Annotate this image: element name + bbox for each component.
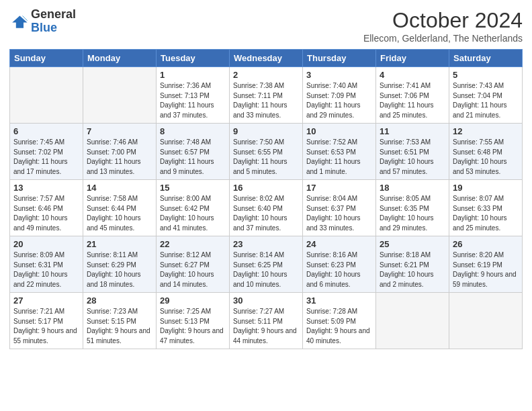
day-info: Sunrise: 7:48 AMSunset: 6:57 PMDaylight:… (160, 138, 226, 177)
calendar-cell: 23Sunrise: 8:14 AMSunset: 6:25 PMDayligh… (230, 236, 303, 293)
day-info: Sunrise: 8:16 AMSunset: 6:23 PMDaylight:… (306, 250, 372, 289)
day-number: 13 (13, 183, 79, 193)
calendar-cell: 15Sunrise: 8:00 AMSunset: 6:42 PMDayligh… (157, 180, 230, 236)
day-info: Sunrise: 8:14 AMSunset: 6:25 PMDaylight:… (233, 250, 299, 289)
day-info: Sunrise: 7:23 AMSunset: 5:15 PMDaylight:… (87, 307, 152, 346)
day-number: 14 (87, 183, 152, 193)
day-info: Sunrise: 7:36 AMSunset: 7:13 PMDaylight:… (160, 81, 226, 120)
day-number: 16 (233, 183, 299, 193)
calendar-week-row: 13Sunrise: 7:57 AMSunset: 6:46 PMDayligh… (10, 180, 523, 236)
day-info: Sunrise: 7:52 AMSunset: 6:53 PMDaylight:… (306, 138, 372, 177)
calendar-week-row: 27Sunrise: 7:21 AMSunset: 5:17 PMDayligh… (10, 293, 523, 349)
calendar-cell: 17Sunrise: 8:04 AMSunset: 6:37 PMDayligh… (303, 180, 376, 236)
calendar-cell: 1Sunrise: 7:36 AMSunset: 7:13 PMDaylight… (157, 67, 230, 124)
day-info: Sunrise: 7:38 AMSunset: 7:11 PMDaylight:… (233, 81, 299, 120)
calendar-cell: 24Sunrise: 8:16 AMSunset: 6:23 PMDayligh… (303, 236, 376, 293)
day-number: 6 (13, 126, 79, 136)
day-info: Sunrise: 8:20 AMSunset: 6:19 PMDaylight:… (453, 250, 519, 289)
day-number: 4 (380, 70, 445, 80)
calendar-cell: 10Sunrise: 7:52 AMSunset: 6:53 PMDayligh… (303, 124, 376, 180)
calendar-week-row: 6Sunrise: 7:45 AMSunset: 7:02 PMDaylight… (10, 124, 523, 180)
calendar-cell (376, 293, 449, 349)
logo-icon (9, 12, 28, 31)
day-number: 11 (380, 126, 445, 136)
calendar-cell: 8Sunrise: 7:48 AMSunset: 6:57 PMDaylight… (157, 124, 230, 180)
day-info: Sunrise: 7:55 AMSunset: 6:48 PMDaylight:… (453, 138, 519, 177)
logo-blue: Blue (31, 21, 57, 34)
calendar-cell: 21Sunrise: 8:11 AMSunset: 6:29 PMDayligh… (83, 236, 157, 293)
calendar-cell: 16Sunrise: 8:02 AMSunset: 6:40 PMDayligh… (230, 180, 303, 236)
calendar-cell (83, 67, 157, 124)
day-info: Sunrise: 7:27 AMSunset: 5:11 PMDaylight:… (233, 307, 299, 346)
day-number: 10 (306, 126, 372, 136)
day-info: Sunrise: 7:50 AMSunset: 6:55 PMDaylight:… (233, 138, 299, 177)
day-number: 30 (233, 295, 299, 306)
calendar-cell: 18Sunrise: 8:05 AMSunset: 6:35 PMDayligh… (376, 180, 449, 236)
calendar-cell: 29Sunrise: 7:25 AMSunset: 5:13 PMDayligh… (157, 293, 230, 349)
day-number: 7 (87, 126, 152, 136)
day-info: Sunrise: 8:11 AMSunset: 6:29 PMDaylight:… (87, 250, 152, 289)
day-number: 12 (453, 126, 519, 136)
day-info: Sunrise: 7:46 AMSunset: 7:00 PMDaylight:… (87, 138, 152, 177)
day-info: Sunrise: 8:09 AMSunset: 6:31 PMDaylight:… (13, 250, 79, 289)
calendar-cell: 13Sunrise: 7:57 AMSunset: 6:46 PMDayligh… (10, 180, 83, 236)
page: General Blue October 2024 Ellecom, Gelde… (0, 0, 532, 355)
logo: General Blue (9, 8, 76, 35)
calendar-cell: 2Sunrise: 7:38 AMSunset: 7:11 PMDaylight… (230, 67, 303, 124)
calendar-cell: 22Sunrise: 8:12 AMSunset: 6:27 PMDayligh… (157, 236, 230, 293)
calendar-cell: 11Sunrise: 7:53 AMSunset: 6:51 PMDayligh… (376, 124, 449, 180)
calendar-header-sunday: Sunday (10, 50, 83, 67)
day-info: Sunrise: 7:21 AMSunset: 5:17 PMDaylight:… (13, 307, 79, 346)
location: Ellecom, Gelderland, The Netherlands (363, 33, 523, 44)
logo-general: General (31, 7, 76, 21)
day-number: 27 (13, 295, 79, 306)
title-block: October 2024 Ellecom, Gelderland, The Ne… (363, 8, 523, 44)
calendar-cell: 27Sunrise: 7:21 AMSunset: 5:17 PMDayligh… (10, 293, 83, 349)
day-number: 20 (13, 239, 79, 249)
day-number: 26 (453, 239, 519, 249)
day-number: 15 (160, 183, 226, 193)
day-info: Sunrise: 7:43 AMSunset: 7:04 PMDaylight:… (453, 81, 519, 120)
calendar-cell: 25Sunrise: 8:18 AMSunset: 6:21 PMDayligh… (376, 236, 449, 293)
calendar-header-tuesday: Tuesday (157, 50, 230, 67)
day-number: 23 (233, 239, 299, 249)
day-number: 24 (306, 239, 372, 249)
day-number: 17 (306, 183, 372, 193)
day-info: Sunrise: 8:00 AMSunset: 6:42 PMDaylight:… (160, 194, 226, 233)
day-number: 3 (306, 70, 372, 80)
day-info: Sunrise: 7:25 AMSunset: 5:13 PMDaylight:… (160, 307, 226, 346)
calendar-header-thursday: Thursday (303, 50, 376, 67)
calendar-cell: 7Sunrise: 7:46 AMSunset: 7:00 PMDaylight… (83, 124, 157, 180)
calendar-cell: 14Sunrise: 7:58 AMSunset: 6:44 PMDayligh… (83, 180, 157, 236)
calendar-week-row: 1Sunrise: 7:36 AMSunset: 7:13 PMDaylight… (10, 67, 523, 124)
calendar: SundayMondayTuesdayWednesdayThursdayFrid… (9, 49, 523, 349)
calendar-cell: 28Sunrise: 7:23 AMSunset: 5:15 PMDayligh… (83, 293, 157, 349)
day-info: Sunrise: 7:45 AMSunset: 7:02 PMDaylight:… (13, 138, 79, 177)
day-info: Sunrise: 7:40 AMSunset: 7:09 PMDaylight:… (306, 81, 372, 120)
calendar-header-wednesday: Wednesday (230, 50, 303, 67)
calendar-header-friday: Friday (376, 50, 449, 67)
day-number: 2 (233, 70, 299, 80)
day-number: 8 (160, 126, 226, 136)
calendar-header-saturday: Saturday (449, 50, 523, 67)
calendar-header-monday: Monday (83, 50, 157, 67)
day-info: Sunrise: 7:41 AMSunset: 7:06 PMDaylight:… (380, 81, 445, 120)
calendar-cell: 6Sunrise: 7:45 AMSunset: 7:02 PMDaylight… (10, 124, 83, 180)
calendar-cell (10, 67, 83, 124)
calendar-cell: 30Sunrise: 7:27 AMSunset: 5:11 PMDayligh… (230, 293, 303, 349)
day-number: 21 (87, 239, 152, 249)
calendar-week-row: 20Sunrise: 8:09 AMSunset: 6:31 PMDayligh… (10, 236, 523, 293)
calendar-cell: 19Sunrise: 8:07 AMSunset: 6:33 PMDayligh… (449, 180, 523, 236)
day-info: Sunrise: 8:02 AMSunset: 6:40 PMDaylight:… (233, 194, 299, 233)
day-info: Sunrise: 8:07 AMSunset: 6:33 PMDaylight:… (453, 194, 519, 233)
day-number: 5 (453, 70, 519, 80)
day-number: 18 (380, 183, 445, 193)
calendar-cell: 26Sunrise: 8:20 AMSunset: 6:19 PMDayligh… (449, 236, 523, 293)
day-number: 29 (160, 295, 226, 306)
calendar-cell: 9Sunrise: 7:50 AMSunset: 6:55 PMDaylight… (230, 124, 303, 180)
day-info: Sunrise: 8:12 AMSunset: 6:27 PMDaylight:… (160, 250, 226, 289)
calendar-cell: 5Sunrise: 7:43 AMSunset: 7:04 PMDaylight… (449, 67, 523, 124)
day-number: 25 (380, 239, 445, 249)
day-info: Sunrise: 7:53 AMSunset: 6:51 PMDaylight:… (380, 138, 445, 177)
calendar-cell: 12Sunrise: 7:55 AMSunset: 6:48 PMDayligh… (449, 124, 523, 180)
